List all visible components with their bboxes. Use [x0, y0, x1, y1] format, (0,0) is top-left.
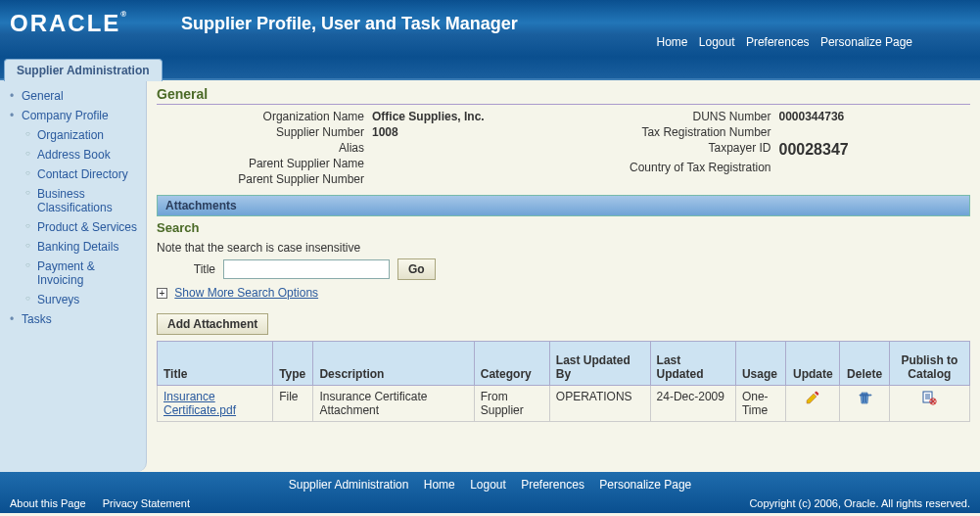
- pencil-icon[interactable]: [805, 390, 820, 405]
- footer-link-logout[interactable]: Logout: [470, 478, 506, 492]
- footer: Supplier Administration Home Logout Pref…: [0, 472, 980, 513]
- attachment-description: Insurance Certificate Attachment: [313, 386, 474, 422]
- add-attachment-button[interactable]: Add Attachment: [157, 313, 268, 335]
- tab-supplier-administration[interactable]: Supplier Administration: [4, 59, 163, 81]
- col-title: Title: [158, 342, 273, 386]
- col-publish: Publish to Catalog: [889, 342, 969, 386]
- link-logout[interactable]: Logout: [699, 35, 735, 49]
- attachment-type: File: [273, 386, 313, 422]
- footer-link-preferences[interactable]: Preferences: [521, 478, 584, 492]
- show-more-search-options-link[interactable]: Show More Search Options: [174, 286, 318, 300]
- main-content: General Organization NameOffice Supplies…: [147, 80, 980, 472]
- value-duns: 0000344736: [779, 110, 845, 123]
- footer-privacy-link[interactable]: Privacy Statement: [103, 497, 190, 509]
- expand-icon[interactable]: +: [157, 288, 167, 299]
- sidebar-item-product-services[interactable]: Product & Services: [37, 220, 137, 234]
- label-org-name: Organization Name: [157, 110, 372, 123]
- label-parent-supplier-name: Parent Supplier Name: [157, 157, 372, 170]
- sidebar-item-address-book[interactable]: Address Book: [37, 148, 111, 162]
- footer-about-link[interactable]: About this Page: [10, 497, 86, 509]
- publish-icon[interactable]: [921, 390, 937, 405]
- sidebar-item-tasks[interactable]: Tasks: [22, 312, 52, 326]
- sidebar-item-organization[interactable]: Organization: [37, 128, 104, 142]
- sidebar: General Company Profile Organization Add…: [0, 80, 147, 472]
- sidebar-item-business-classifications[interactable]: Business Classifications: [37, 187, 113, 214]
- attachments-header: Attachments: [157, 195, 970, 216]
- sidebar-item-banking-details[interactable]: Banking Details: [37, 240, 118, 254]
- trash-icon[interactable]: [857, 390, 872, 405]
- footer-link-personalize[interactable]: Personalize Page: [599, 478, 691, 492]
- app-header: ORACLE® Supplier Profile, User and Task …: [0, 0, 980, 57]
- label-parent-supplier-number: Parent Supplier Number: [157, 172, 372, 186]
- search-title-label: Title: [157, 262, 215, 276]
- global-links: Home Logout Preferences Personalize Page: [652, 35, 916, 49]
- label-country-tax: Country of Tax Registration: [564, 161, 779, 174]
- col-type: Type: [273, 342, 313, 386]
- search-title-input[interactable]: [223, 259, 390, 279]
- attachment-updated: 24-Dec-2009: [650, 386, 735, 422]
- label-tax-reg: Tax Registration Number: [564, 125, 779, 139]
- col-delete: Delete: [840, 342, 889, 386]
- attachments-table: Title Type Description Category Last Upd…: [157, 341, 970, 422]
- table-row: Insurance Certificate.pdf File Insurance…: [158, 386, 970, 422]
- footer-link-supplier-admin[interactable]: Supplier Administration: [289, 478, 409, 492]
- attachment-title-link[interactable]: Insurance Certificate.pdf: [163, 390, 236, 417]
- col-last-updated: Last Updated: [650, 342, 735, 386]
- section-title-general: General: [157, 84, 970, 105]
- label-alias: Alias: [157, 141, 372, 155]
- sidebar-item-payment-invoicing[interactable]: Payment & Invoicing: [37, 259, 95, 287]
- col-category: Category: [474, 342, 549, 386]
- search-heading: Search: [157, 216, 970, 237]
- value-taxpayer-id: 00028347: [779, 141, 849, 159]
- label-supplier-number: Supplier Number: [157, 125, 372, 139]
- tab-strip: Supplier Administration: [0, 57, 980, 80]
- footer-link-home[interactable]: Home: [424, 478, 455, 492]
- search-note: Note that the search is case insensitive: [157, 241, 970, 255]
- label-taxpayer-id: Taxpayer ID: [564, 141, 779, 159]
- link-personalize[interactable]: Personalize Page: [820, 35, 912, 49]
- col-update: Update: [786, 342, 840, 386]
- sidebar-item-contact-directory[interactable]: Contact Directory: [37, 167, 128, 181]
- footer-copyright: Copyright (c) 2006, Oracle. All rights r…: [749, 497, 970, 509]
- attachment-updated-by: OPERATIONS: [549, 386, 650, 422]
- sidebar-item-general[interactable]: General: [22, 89, 64, 103]
- attachment-usage: One-Time: [735, 386, 785, 422]
- go-button[interactable]: Go: [397, 258, 436, 280]
- sidebar-item-company-profile[interactable]: Company Profile: [22, 109, 109, 122]
- col-description: Description: [313, 342, 474, 386]
- value-supplier-number: 1008: [372, 125, 398, 139]
- sidebar-item-surveys[interactable]: Surveys: [37, 293, 79, 306]
- oracle-logo: ORACLE®: [10, 10, 128, 37]
- col-usage: Usage: [735, 342, 785, 386]
- link-home[interactable]: Home: [656, 35, 687, 49]
- value-org-name: Office Supplies, Inc.: [372, 110, 485, 123]
- label-duns: DUNS Number: [564, 110, 779, 123]
- attachment-category: From Supplier: [474, 386, 549, 422]
- link-preferences[interactable]: Preferences: [746, 35, 810, 49]
- col-last-updated-by: Last Updated By: [549, 342, 650, 386]
- app-title: Supplier Profile, User and Task Manager: [181, 14, 518, 34]
